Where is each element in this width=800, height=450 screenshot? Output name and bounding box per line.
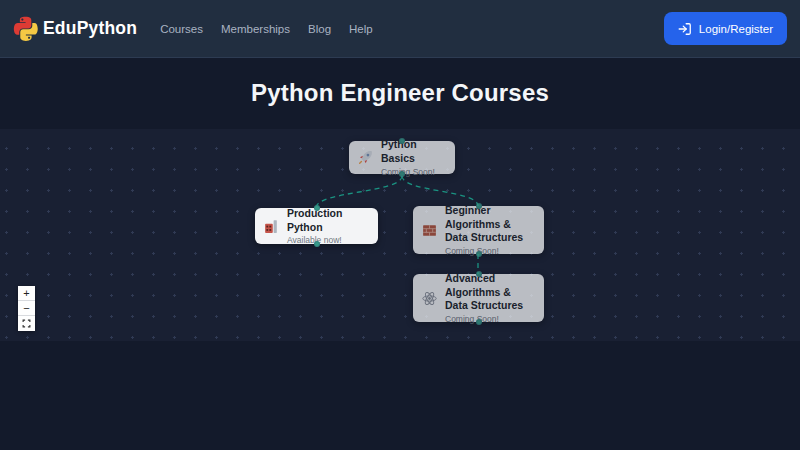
brand[interactable]: EduPython (13, 16, 137, 41)
course-flow-canvas[interactable]: Python Basics Coming Soon! Production Py… (0, 129, 800, 341)
handle-bottom[interactable] (476, 319, 482, 325)
flow-controls: + − (18, 286, 35, 331)
node-status: Coming Soon! (445, 314, 534, 324)
node-beginner-algorithms[interactable]: Beginner Algorithms & Data Structures Co… (413, 206, 544, 254)
node-status: Coming Soon! (381, 167, 445, 177)
login-button-label: Login/Register (699, 23, 773, 35)
node-python-basics[interactable]: Python Basics Coming Soon! (349, 141, 455, 174)
edge-basics-to-production (316, 176, 402, 208)
node-status: Available now! (287, 235, 368, 245)
node-title: Beginner Algorithms & Data Structures (445, 204, 534, 245)
atom-icon (421, 290, 438, 307)
handle-bottom[interactable] (476, 251, 482, 257)
zoom-out-button[interactable]: − (18, 301, 35, 316)
page-title: Python Engineer Courses (0, 79, 800, 107)
node-advanced-algorithms[interactable]: Advanced Algorithms & Data Structures Co… (413, 274, 544, 322)
factory-icon (263, 218, 280, 235)
fit-view-button[interactable] (18, 316, 35, 331)
node-title: Python Basics (381, 138, 445, 165)
zoom-in-button[interactable]: + (18, 286, 35, 301)
nav-link-help[interactable]: Help (349, 17, 373, 41)
fit-view-icon (22, 319, 31, 328)
nav-link-memberships[interactable]: Memberships (221, 17, 290, 41)
rocket-icon (357, 149, 374, 166)
node-title: Production Python (287, 207, 368, 234)
edupython-logo-icon (13, 16, 38, 41)
handle-top[interactable] (399, 138, 405, 144)
handle-top[interactable] (314, 205, 320, 211)
edge-basics-to-beginner (402, 176, 478, 206)
bricks-icon (421, 222, 438, 239)
brand-name: EduPython (43, 18, 137, 39)
handle-bottom[interactable] (399, 171, 405, 177)
nav-link-blog[interactable]: Blog (308, 17, 331, 41)
handle-bottom[interactable] (314, 241, 320, 247)
handle-top[interactable] (476, 271, 482, 277)
node-production-python[interactable]: Production Python Available now! (255, 208, 378, 244)
navbar: EduPython Courses Memberships Blog Help … (0, 0, 800, 58)
nav-link-courses[interactable]: Courses (160, 17, 203, 41)
login-icon (678, 22, 692, 36)
node-status: Coming Soon! (445, 246, 534, 256)
login-register-button[interactable]: Login/Register (664, 12, 787, 45)
node-title: Advanced Algorithms & Data Structures (445, 272, 534, 313)
nav-links: Courses Memberships Blog Help (160, 17, 373, 41)
handle-top[interactable] (476, 203, 482, 209)
